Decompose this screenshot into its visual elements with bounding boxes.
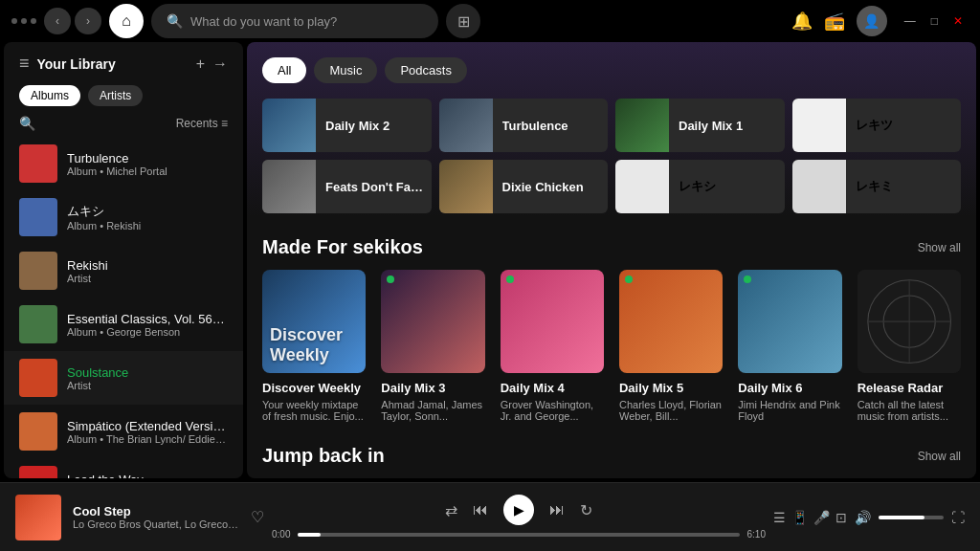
quick-pick-item[interactable]: レキツ [792,99,962,152]
home-button[interactable]: ⌂ [109,4,144,38]
avatar[interactable]: 👤 [857,6,887,36]
lib-thumb [19,252,57,290]
minimize-button[interactable]: — [899,12,922,30]
search-bar: 🔍 [151,4,438,38]
top-bar: ‹ › ⌂ 🔍 ⊞ 🔔 📻 👤 — □ ✕ [0,0,980,42]
sidebar-title: Your Library [37,56,189,72]
made-for-card[interactable]: DiscoverWeekly Discover Weekly Your week… [262,270,366,422]
library-item[interactable]: Lead the Way Album • Soulstance [4,458,243,478]
volume-bar[interactable] [879,516,944,519]
jump-back-show-all[interactable]: Show all [918,450,961,463]
progress-fill [298,533,320,537]
fullscreen-icon[interactable]: ⛶ [951,510,965,525]
made-for-card[interactable]: Daily Mix 6 Jimi Hendrix and Pink Floyd [738,270,841,422]
library-item[interactable]: Soulstance Artist [4,351,243,405]
quick-thumb [439,160,493,213]
sidebar-tabs: Albums Artists [4,81,243,110]
filter-all[interactable]: All [262,57,306,83]
forward-button[interactable]: › [75,8,101,34]
made-for-card[interactable]: Daily Mix 5 Charles Lloyd, Florian Weber… [619,270,723,422]
maximize-button[interactable]: □ [925,12,944,30]
lib-sub: Album • Michel Portal [67,165,167,177]
lib-name: Soulstance [67,365,128,380]
made-for-show-all[interactable]: Show all [918,241,961,254]
card-name: Release Radar [858,381,961,395]
quick-pick-item[interactable]: レキミ [792,160,962,213]
player-artist: Lo Greco Bros Quartet, Lo Greco Bros, So… [73,518,239,530]
lib-info: Essential Classics, Vol. 563: George B..… [67,312,228,338]
lib-sub: Album • The Brian Lynch/ Eddie Palmieri … [67,433,228,445]
library-item[interactable]: Essential Classics, Vol. 563: George B..… [4,298,243,351]
volume-fill [879,516,924,519]
quick-pick-item[interactable]: レキシ [615,160,785,213]
eq-icon[interactable]: 📻 [824,11,845,32]
tab-albums[interactable]: Albums [19,85,80,106]
card-name: Daily Mix 5 [619,381,723,395]
quick-thumb [439,99,493,152]
player-right-icons: ☰ 📱 🎤 ⊡ [773,510,847,525]
browse-button[interactable]: ⊞ [446,4,480,38]
quick-thumb [792,99,846,152]
made-for-card[interactable]: Daily Mix 3 Ahmad Jamal, James Taylor, S… [381,270,484,422]
sidebar-items: Turbulence Album • Michel Portal ムキシ Alb… [4,137,243,478]
quick-pick-item[interactable]: Daily Mix 2 [262,99,432,152]
expand-library-button[interactable]: → [212,55,228,73]
sidebar: ≡ Your Library + → Albums Artists 🔍 Rece… [4,42,243,478]
library-item[interactable]: ムキシ Album • Rekishi [4,190,243,244]
card-sub: Grover Washington, Jr. and George... [501,399,604,422]
queue-icon[interactable]: ☰ [773,510,786,525]
spotify-dot [506,276,514,283]
player-like-icon[interactable]: ♡ [251,508,264,526]
tab-artists[interactable]: Artists [88,85,143,106]
quick-label: Feats Don't Fail Me Now [325,180,432,194]
made-for-card[interactable]: Daily Mix 4 Grover Washington, Jr. and G… [501,270,604,422]
card-sub: Ahmad Jamal, James Taylor, Sonn... [381,399,484,422]
filter-music[interactable]: Music [314,57,377,83]
next-button[interactable]: ⏭ [549,501,565,518]
add-library-button[interactable]: + [196,55,205,73]
progress-bar[interactable] [298,533,739,537]
search-input[interactable] [190,14,423,29]
library-item[interactable]: Rekishi Artist [4,244,243,298]
bell-icon[interactable]: 🔔 [791,11,813,32]
made-for-card[interactable]: Release Radar Catch all the latest music… [858,270,961,422]
quick-pick-item[interactable]: Dixie Chicken [439,160,609,213]
devices-icon[interactable]: 📱 [791,510,808,525]
card-thumbnail [619,270,723,373]
back-button[interactable]: ‹ [44,8,71,34]
repeat-button[interactable]: ↻ [580,501,592,519]
lib-thumb [19,144,57,183]
lyrics-icon[interactable]: 🎤 [813,510,830,525]
library-item[interactable]: Simpático (Extended Version) Album • The… [4,405,243,458]
library-icon: ≡ [19,54,30,74]
quick-thumb [262,160,316,213]
made-for-title: Made For sekikos [262,236,423,258]
lib-info: Soulstance Artist [67,365,128,391]
sidebar-search-icon[interactable]: 🔍 [19,116,35,131]
player: Cool Step Lo Greco Bros Quartet, Lo Grec… [0,482,980,551]
lib-info: ムキシ Album • Rekishi [67,203,141,231]
close-button[interactable]: ✕ [947,12,969,30]
quick-pick-item[interactable]: Daily Mix 1 [615,99,785,152]
card-overlay-text: DiscoverWeekly [270,325,343,365]
playlist-icon[interactable]: ⊡ [835,510,847,525]
made-for-header: Made For sekikos Show all [262,236,961,258]
lib-thumb [19,466,57,478]
window-controls: — □ ✕ [899,12,969,30]
spotify-dot [387,276,394,283]
dot-3 [31,18,36,24]
quick-pick-item[interactable]: Turbulence [439,99,609,152]
card-name: Daily Mix 6 [738,381,841,395]
filter-podcasts[interactable]: Podcasts [385,57,466,83]
shuffle-button[interactable]: ⇄ [445,501,457,519]
library-item[interactable]: Turbulence Album • Michel Portal [4,137,243,190]
lib-sub: Album • George Benson [67,326,228,338]
quick-label: Dixie Chicken [502,180,591,194]
quick-pick-item[interactable]: Feats Don't Fail Me Now [262,160,432,213]
prev-button[interactable]: ⏮ [473,501,488,518]
play-pause-button[interactable]: ▶ [503,495,534,525]
filter-tabs: All Music Podcasts [262,57,961,83]
sidebar-recents[interactable]: Recents ≡ [176,117,228,130]
lib-info: Rekishi Artist [67,258,108,284]
card-thumbnail [381,270,484,373]
